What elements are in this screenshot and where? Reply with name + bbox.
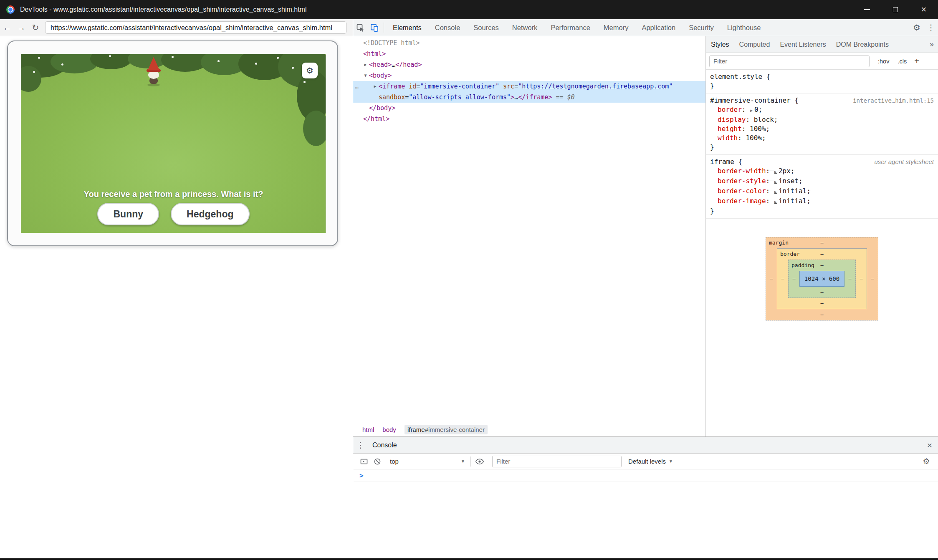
reload-button[interactable]: ↻ xyxy=(28,23,43,33)
css-declaration[interactable]: height: 100%; xyxy=(710,124,934,134)
styles-filter-input[interactable] xyxy=(709,55,870,67)
back-button[interactable]: ← xyxy=(0,23,14,33)
live-expression-eye-icon[interactable] xyxy=(473,455,486,468)
css-declaration[interactable]: border-color: ▶initial; xyxy=(710,187,934,197)
margin-top-value[interactable]: − xyxy=(820,240,824,246)
css-selector[interactable]: iframe { xyxy=(710,157,742,166)
dom-tree-node[interactable]: ▼<body> xyxy=(353,70,705,81)
devtools-tab-lighthouse[interactable]: Lighthouse xyxy=(721,19,768,36)
console-settings-gear-icon[interactable]: ⚙ xyxy=(919,457,934,466)
margin-right-value[interactable]: − xyxy=(867,248,878,309)
elements-tree: <!DOCTYPE html><html>▶<head>…</head>▼<bo… xyxy=(353,36,705,422)
dom-tree-node[interactable]: …▶<iframe id="immersive-container" src="… xyxy=(353,81,705,103)
border-label: border xyxy=(780,249,800,260)
console-sidebar-icon[interactable] xyxy=(357,455,371,468)
sidebar-tab-computed[interactable]: Computed xyxy=(734,36,775,53)
console-drawer-tab[interactable]: Console xyxy=(372,441,397,449)
minimize-button[interactable] xyxy=(853,0,881,19)
forward-button[interactable]: → xyxy=(14,23,28,33)
drawer-menu-dots-icon[interactable]: ⋮ xyxy=(353,440,368,450)
toggle-class-button[interactable]: .cls xyxy=(898,58,907,65)
css-selector[interactable]: element.style { xyxy=(710,72,771,81)
css-declaration[interactable]: border-image: ▶initial; xyxy=(710,197,934,207)
device-toolbar-icon[interactable] xyxy=(368,21,381,34)
dom-tree-node[interactable]: </html> xyxy=(353,114,705,124)
maximize-button[interactable] xyxy=(881,0,910,19)
url-input[interactable] xyxy=(45,21,346,34)
sidebar-tab-dom-breakpoints[interactable]: DOM Breakpoints xyxy=(831,36,894,53)
css-selector[interactable]: #immersive-container { xyxy=(710,96,799,105)
stylesheet-source-link[interactable]: interactive…him.html:15 xyxy=(853,96,934,105)
css-declaration[interactable]: border-width: ▶2px; xyxy=(710,166,934,177)
toggle-pseudo-state-button[interactable]: :hov xyxy=(878,58,889,65)
border-top-value[interactable]: − xyxy=(820,251,824,257)
stylesheet-source-link[interactable]: user agent stylesheet xyxy=(874,157,934,166)
node-markup: <head>…</head> xyxy=(369,61,422,68)
settings-gear-icon[interactable]: ⚙ xyxy=(910,23,924,33)
dom-tree-node[interactable]: <html> xyxy=(353,48,705,59)
sidebar-tab-strip: StylesComputedEvent ListenersDOM Breakpo… xyxy=(706,36,938,53)
breadcrumb-iframe[interactable]: iframe#immersive-container xyxy=(405,425,488,434)
expand-shorthand-icon: ▶ xyxy=(774,189,777,194)
disclosure-collapsed-icon[interactable]: ▶ xyxy=(362,59,369,70)
padding-bottom-value[interactable]: − xyxy=(820,289,824,295)
css-declaration[interactable]: border: ▶0; xyxy=(710,105,934,115)
css-declaration[interactable]: display: block; xyxy=(710,115,934,124)
padding-left-value[interactable]: − xyxy=(789,271,799,287)
disclosure-expanded-icon[interactable]: ▼ xyxy=(362,70,369,81)
devtools-tab-console[interactable]: Console xyxy=(428,19,467,36)
console-prompt-row[interactable]: > xyxy=(353,469,938,482)
devtools-tab-elements[interactable]: Elements xyxy=(386,19,428,36)
disclosure-collapsed-icon[interactable]: ▶ xyxy=(372,81,378,92)
choice-button-bunny[interactable]: Bunny xyxy=(97,203,159,225)
clear-console-icon[interactable] xyxy=(371,455,384,468)
border-bottom-value[interactable]: − xyxy=(820,300,824,307)
sidebar-tab-styles[interactable]: Styles xyxy=(706,36,734,53)
choice-button-hedgehog[interactable]: Hedgehog xyxy=(171,203,249,225)
dom-tree-node[interactable]: ▶<head>…</head> xyxy=(353,59,705,70)
margin-left-value[interactable]: − xyxy=(766,248,777,309)
sidebar-tab-event-listeners[interactable]: Event Listeners xyxy=(775,36,831,53)
border-right-value[interactable]: − xyxy=(856,260,867,298)
css-declaration[interactable]: border-style: ▶inset; xyxy=(710,177,934,187)
window-bottom-border xyxy=(0,558,938,560)
devtools-tab-memory[interactable]: Memory xyxy=(597,19,635,36)
dom-tree-node[interactable]: <!DOCTYPE html> xyxy=(353,38,705,48)
pane-splitter[interactable] xyxy=(353,19,353,558)
chevron-down-icon: ▼ xyxy=(461,459,465,464)
breadcrumb-html[interactable]: html xyxy=(362,426,374,433)
attribute-link[interactable]: https://testgnomegarden.firebaseapp.com xyxy=(522,83,669,90)
devtools-tab-network[interactable]: Network xyxy=(506,19,544,36)
expand-shorthand-icon: ▶ xyxy=(750,108,753,113)
padding-top-value[interactable]: − xyxy=(820,262,824,269)
devtools-tab-security[interactable]: Security xyxy=(682,19,721,36)
close-window-button[interactable]: × xyxy=(910,0,938,19)
execution-context-selector[interactable]: top ▼ xyxy=(387,458,468,465)
box-model-section[interactable]: margin− − border− − padding− − 1024 × 60… xyxy=(706,237,938,320)
css-declaration[interactable]: width: 100%; xyxy=(710,134,934,143)
log-levels-dropdown[interactable]: Default levels ▼ xyxy=(628,458,673,465)
game-settings-button[interactable]: ⚙ xyxy=(302,63,318,78)
styles-sidebar: StylesComputedEvent ListenersDOM Breakpo… xyxy=(705,36,938,436)
dom-tree-node[interactable]: </body> xyxy=(353,103,705,114)
node-markup: <html> xyxy=(363,50,386,58)
style-rule: iframe {user agent stylesheetborder-widt… xyxy=(706,155,938,219)
margin-bottom-value[interactable]: − xyxy=(820,311,824,318)
devtools-tab-application[interactable]: Application xyxy=(635,19,682,36)
style-rule: element.style {} xyxy=(706,70,938,93)
node-menu-dots-icon[interactable]: … xyxy=(355,81,359,92)
new-style-rule-button[interactable]: + xyxy=(914,56,919,66)
devtools-tab-performance[interactable]: Performance xyxy=(544,19,597,36)
style-rule: #immersive-container {interactive…him.ht… xyxy=(706,93,938,155)
padding-right-value[interactable]: − xyxy=(844,271,855,287)
more-tabs-icon[interactable]: » xyxy=(930,40,934,49)
node-markup: <body> xyxy=(369,72,392,79)
breadcrumb-body[interactable]: body xyxy=(382,426,396,433)
border-left-value[interactable]: − xyxy=(777,260,788,298)
console-filter-input[interactable] xyxy=(492,456,622,467)
main-menu-dots-icon[interactable]: ⋮ xyxy=(924,23,938,33)
devtools-tab-sources[interactable]: Sources xyxy=(467,19,506,36)
close-drawer-button[interactable]: × xyxy=(921,440,938,450)
inspect-element-icon[interactable] xyxy=(354,21,367,34)
box-model-content[interactable]: 1024 × 600 xyxy=(799,271,844,287)
